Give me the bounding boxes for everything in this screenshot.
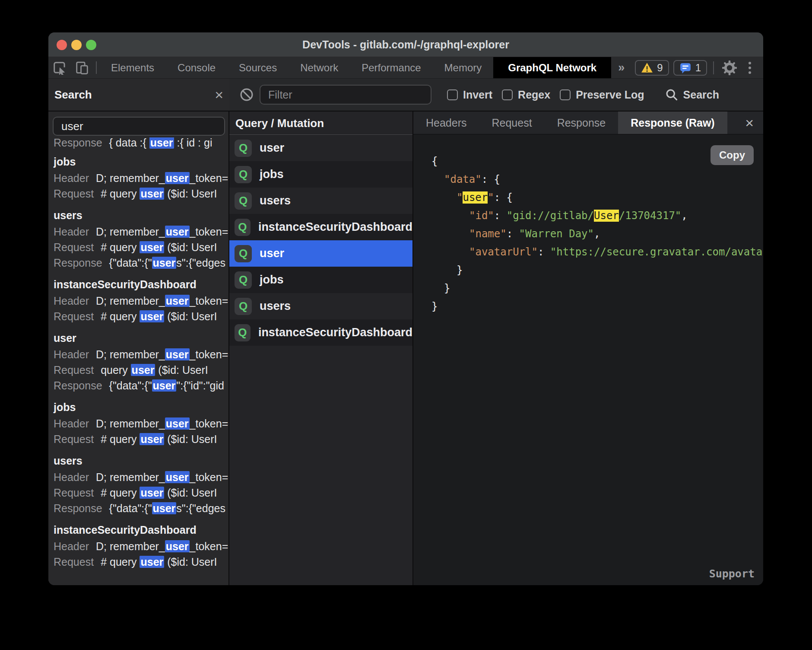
checkbox-label-invert: Invert — [463, 89, 492, 101]
result-line[interactable]: HeaderD; remember_user_token=e — [54, 538, 228, 554]
json-token: "data" — [444, 173, 482, 185]
tab-graphql-network[interactable]: GraphQL Network — [493, 57, 611, 78]
result-line-label: Request — [54, 364, 94, 376]
clear-filter-icon[interactable] — [240, 88, 254, 102]
result-line[interactable]: Requestquery user ($id: UserI — [54, 362, 228, 378]
query-row-instancesecuritydashboard[interactable]: QinstanceSecurityDashboard — [229, 214, 412, 240]
query-type-badge: Q — [235, 245, 252, 262]
filter-input[interactable] — [260, 85, 431, 105]
checkbox-preserve-log[interactable]: Preserve Log — [560, 89, 644, 101]
result-line-label: Header — [54, 471, 89, 483]
search-input[interactable] — [53, 117, 225, 136]
result-section-title: instanceSecurityDashboard — [54, 521, 228, 538]
result-line[interactable]: Request# query user ($id: UserI — [54, 309, 228, 324]
detail-panel: HeadersRequestResponseResponse (Raw) × {… — [413, 112, 763, 585]
json-line: "user": { — [413, 188, 763, 207]
json-token: "gid://gitlab/ — [507, 210, 594, 222]
kebab-menu-icon[interactable] — [743, 62, 756, 74]
json-line: "id": "gid://gitlab/User/13704317", — [413, 207, 763, 225]
result-line[interactable]: HeaderD; remember_user_token=e — [54, 170, 228, 186]
result-line[interactable]: Response{"data":{"user":{"id":"gid — [54, 378, 228, 393]
support-link[interactable]: Support — [709, 567, 755, 580]
copy-button[interactable]: Copy — [710, 145, 754, 165]
detail-tab-request[interactable]: Request — [479, 112, 545, 134]
match-highlight: user — [165, 295, 190, 307]
result-line[interactable]: Response{"data":{"users":{"edges — [54, 255, 228, 271]
tab-memory[interactable]: Memory — [433, 57, 494, 78]
query-row-jobs[interactable]: Qjobs — [229, 161, 412, 188]
result-line[interactable]: Request# query user ($id: UserI — [54, 485, 228, 500]
warnings-badge[interactable]: 9 — [635, 60, 669, 76]
json-token: " — [488, 191, 494, 204]
detail-tab-response[interactable]: Response — [545, 112, 619, 134]
toolbar-row: Search × InvertRegexPreserve Log Search — [48, 79, 763, 112]
result-line[interactable]: Request# query user ($id: UserI — [54, 186, 228, 201]
tab-network[interactable]: Network — [289, 57, 350, 78]
query-row-user[interactable]: Quser — [229, 135, 412, 161]
result-line[interactable]: HeaderD; remember_user_token=e — [54, 347, 228, 362]
result-line[interactable]: Request# query user ($id: UserI — [54, 554, 228, 570]
json-token: : — [494, 191, 507, 204]
json-token: : — [494, 210, 507, 222]
messages-badge[interactable]: 1 — [673, 60, 707, 76]
result-line-label: Header — [54, 417, 89, 430]
device-toolbar-icon[interactable] — [71, 57, 93, 78]
checkbox-box-invert[interactable] — [447, 89, 458, 100]
tab-sources[interactable]: Sources — [227, 57, 289, 78]
json-match-highlight: User — [594, 210, 619, 222]
tab-console[interactable]: Console — [166, 57, 227, 78]
query-row-user[interactable]: Quser — [229, 240, 412, 267]
json-line: } — [413, 279, 763, 297]
result-line-text: # query user ($id: UserI — [101, 241, 217, 253]
tab-elements[interactable]: Elements — [99, 57, 166, 78]
query-row-users[interactable]: Qusers — [229, 293, 412, 319]
warning-count: 9 — [657, 62, 663, 74]
query-row-jobs[interactable]: Qjobs — [229, 267, 412, 293]
result-line-text: # query user ($id: UserI — [101, 188, 217, 200]
result-line[interactable]: HeaderD; remember_user_token=e — [54, 224, 228, 239]
result-line[interactable]: HeaderD; remember_user_token=e — [54, 416, 228, 431]
query-row-label: jobs — [260, 273, 284, 287]
query-row-instancesecuritydashboard[interactable]: QinstanceSecurityDashboard — [229, 319, 412, 346]
result-line[interactable]: HeaderD; remember_user_token=e — [54, 469, 228, 485]
result-line-label: Header — [54, 295, 89, 307]
query-row-users[interactable]: Qusers — [229, 188, 412, 214]
close-search-panel-icon[interactable]: × — [215, 88, 223, 101]
window-title: DevTools - gitlab.com/-/graphql-explorer — [48, 32, 763, 57]
search-toggle[interactable]: Search — [665, 88, 719, 101]
detail-tab-response-raw[interactable]: Response (Raw) — [618, 112, 727, 134]
query-row-label: user — [260, 141, 284, 155]
result-line-label: Header — [54, 540, 89, 552]
result-line[interactable]: HeaderD; remember_user_token=e — [54, 293, 228, 309]
result-line-text: D; remember_user_token=e — [96, 348, 228, 360]
result-line-text: # query user ($id: UserI — [101, 556, 217, 568]
checkbox-box-preserve-log[interactable] — [560, 89, 571, 100]
result-line-label: Response — [54, 379, 102, 392]
query-type-badge: Q — [235, 219, 251, 236]
result-line[interactable]: Request# query user ($id: UserI — [54, 431, 228, 447]
checkbox-invert[interactable]: Invert — [447, 89, 492, 101]
match-highlight: user — [140, 188, 164, 200]
match-highlight: user — [140, 310, 164, 322]
result-line-label: Request — [54, 241, 94, 253]
json-line: } — [413, 297, 763, 315]
query-row-label: user — [260, 247, 284, 260]
match-highlight: user — [152, 257, 177, 269]
more-tabs-button[interactable]: » — [611, 57, 631, 78]
json-line: } — [413, 261, 763, 279]
result-line-text: D; remember_user_token=e — [96, 471, 228, 483]
match-highlight: user — [149, 137, 174, 149]
detail-tab-headers[interactable]: Headers — [413, 112, 479, 134]
window-titlebar: DevTools - gitlab.com/-/graphql-explorer — [48, 32, 763, 57]
close-detail-icon[interactable]: × — [736, 112, 763, 134]
result-line-text: # query user ($id: UserI — [101, 433, 217, 445]
result-line[interactable]: Request# query user ($id: UserI — [54, 239, 228, 255]
checkbox-regex[interactable]: Regex — [502, 89, 550, 101]
inspect-element-icon[interactable] — [48, 57, 71, 78]
result-line[interactable]: Response{ data :{ user :{ id : gi — [54, 137, 228, 150]
tabbar-divider — [96, 61, 97, 74]
checkbox-box-regex[interactable] — [502, 89, 513, 100]
result-line[interactable]: Response{"data":{"users":{"edges — [54, 500, 228, 516]
settings-gear-icon[interactable] — [720, 61, 739, 75]
tab-performance[interactable]: Performance — [350, 57, 432, 78]
